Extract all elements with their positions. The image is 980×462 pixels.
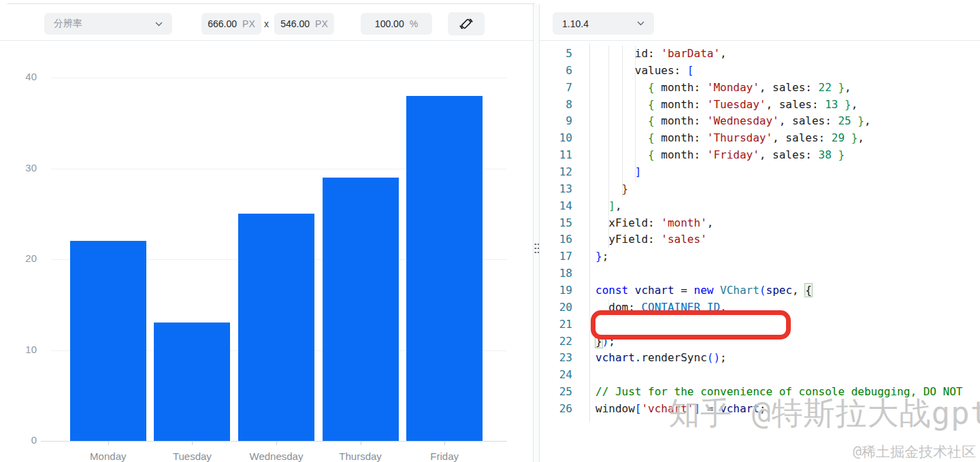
token: values: [595,64,687,77]
token: } [595,250,602,263]
token: = [674,284,694,297]
annotation-highlight-box [591,310,791,340]
resolution-select[interactable]: 分辨率 [44,13,172,35]
token: { [648,131,655,144]
code-line-7[interactable]: 7 { month: 'Monday', sales: 22 }, [540,80,980,97]
code-line-8[interactable]: 8 { month: 'Tuesday', sales: 13 }, [540,97,980,114]
width-input[interactable]: 666.00 PX [201,13,261,35]
code-line-24[interactable]: 24 [540,367,980,384]
panel-resizer[interactable] [533,4,540,462]
chart-bar-friday [406,96,483,441]
token: 25 [838,114,851,127]
code-line-18[interactable]: 18 [540,265,980,282]
code-line-9[interactable]: 9 { month: 'Wednesday', sales: 25 }, [540,113,980,130]
line-number: 17 [540,248,572,265]
token: vchart [595,351,635,364]
code-line-11[interactable]: 11 { month: 'Friday', sales: 38 } [540,147,980,164]
token: , sales: [760,148,819,161]
x-axis-line [41,441,507,442]
code-line-17[interactable]: 17}; [540,248,980,265]
gridline [51,78,507,78]
token: , [858,131,864,144]
x-tick [276,442,277,445]
vchart-playground: 分辨率 666.00 PX x 546.00 PX 100.00 % [0,0,980,462]
x-tick-label: Wednesday [235,450,317,462]
code-text: vchart.renderSync(); [595,350,727,367]
code-line-14[interactable]: 14 ], [540,198,980,215]
token [595,98,648,111]
token: } [838,98,851,111]
code-line-12[interactable]: 12 ] [540,164,980,181]
code-line-19[interactable]: 19const vchart = new VChart(spec, { [540,282,980,299]
token: vchart [635,284,674,297]
token: } [832,81,845,94]
token: .renderSync [635,351,707,364]
y-tick-label: 20 [0,252,37,264]
token: } [622,182,629,195]
x-tick [192,442,193,445]
code-line-23[interactable]: 23vchart.renderSync(); [540,350,980,367]
token: { [648,98,655,111]
token: , sales: [779,114,838,127]
token: [ [687,64,694,77]
x-tick [444,442,445,445]
code-text: xField: 'month', [595,215,713,232]
version-select-value: 1.10.4 [562,18,589,29]
token: xField: [595,216,661,229]
y-tick-label: 0 [0,434,37,446]
rotate-screen-button[interactable] [448,12,485,35]
code-text: const vchart = new VChart(spec, { [595,282,812,299]
dimension-separator: x [264,13,269,35]
token: month: [655,148,707,161]
screen-rotate-icon [459,16,474,31]
token: ; [720,351,727,364]
chevron-down-icon [155,22,163,27]
line-number: 24 [540,367,572,384]
zoom-input[interactable]: 100.00 % [361,13,432,35]
code-line-13[interactable]: 13 } [540,181,980,198]
code-text: { month: 'Wednesday', sales: 25 }, [595,113,871,130]
token: month: [655,131,707,144]
token: , [707,216,714,229]
code-line-16[interactable]: 16 yField: 'sales' [540,231,980,248]
token: const [595,284,628,297]
token [713,284,720,297]
line-number: 25 [540,384,572,401]
token: { [805,284,812,297]
height-value: 546.00 [280,18,310,29]
line-number: 7 [540,80,572,97]
code-text: { month: 'Tuesday', sales: 13 }, [595,97,858,114]
line-number: 19 [540,282,572,299]
token: , sales: [772,131,832,144]
version-select[interactable]: 1.10.4 [553,12,654,35]
line-number: 21 [540,316,572,333]
token: { [648,81,655,94]
line-number: 6 [540,63,572,80]
drag-handle-icon [534,242,539,253]
resolution-select-value: 分辨率 [54,18,82,30]
code-text: ] [595,164,641,181]
token: { [648,114,655,127]
token [595,81,648,94]
token: spec [766,284,793,297]
y-tick-label: 30 [0,162,37,174]
code-line-5[interactable]: 5 id: 'barData', [540,46,980,63]
token: month: [655,98,707,111]
code-text: { month: 'Monday', sales: 22 }, [595,80,851,97]
y-tick-label: 10 [0,344,37,355]
x-tick-label: Friday [404,450,485,462]
code-line-6[interactable]: 6 values: [ [540,63,980,80]
height-input[interactable]: 546.00 PX [274,13,334,35]
token: [ [635,402,642,415]
token: id: [595,47,661,60]
code-line-15[interactable]: 15 xField: 'month', [540,215,980,232]
code-content: 5 id: 'barData',6 values: [7 { month: 'M… [540,46,980,418]
line-number: 16 [540,231,572,248]
token: ; [602,250,609,263]
code-editor-panel[interactable]: 5 id: 'barData',6 values: [7 { month: 'M… [540,41,980,462]
code-line-10[interactable]: 10 { month: 'Thursday', sales: 29 }, [540,130,980,147]
zoom-unit: % [410,18,418,29]
chart-bar-wednesday [238,214,314,441]
token: 'barData' [661,47,720,60]
token: () [707,351,720,364]
